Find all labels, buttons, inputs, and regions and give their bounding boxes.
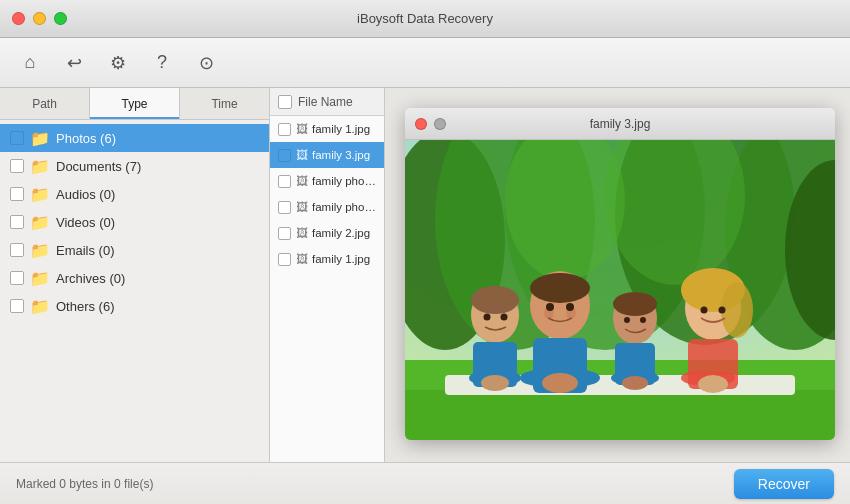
preview-window: family 3.jpg	[405, 108, 835, 440]
status-text: Marked 0 bytes in 0 file(s)	[16, 477, 734, 491]
svg-point-31	[622, 376, 648, 390]
svg-point-38	[698, 375, 728, 393]
file-item[interactable]: 🖼 family photo.png	[270, 194, 384, 220]
file-checkbox[interactable]	[278, 175, 291, 188]
category-videos[interactable]: 📁 Videos (0)	[0, 208, 269, 236]
toolbar: ⌂ ↩ ⚙ ? ⊙	[0, 38, 850, 88]
settings-icon[interactable]: ⚙	[104, 49, 132, 77]
minimize-button[interactable]	[33, 12, 46, 25]
emails-checkbox[interactable]	[10, 243, 24, 257]
maximize-button[interactable]	[54, 12, 67, 25]
documents-checkbox[interactable]	[10, 159, 24, 173]
category-others[interactable]: 📁 Others (6)	[0, 292, 269, 320]
folder-icon: 📁	[30, 129, 50, 148]
svg-point-44	[640, 317, 646, 323]
preview-titlebar: family 3.jpg	[405, 108, 835, 140]
family-photo-svg	[405, 140, 835, 440]
image-icon: 🖼	[296, 148, 308, 162]
close-button[interactable]	[12, 12, 25, 25]
file-item[interactable]: 🖼 family 1.jpg	[270, 116, 384, 142]
window-controls	[12, 12, 67, 25]
left-panel: Path Type Time 📁 Photos (6) 📁 Documents …	[0, 88, 270, 462]
file-panel: File Name 🖼 family 1.jpg 🖼 family 3.jpg …	[270, 88, 385, 462]
videos-checkbox[interactable]	[10, 215, 24, 229]
preview-close-button[interactable]	[415, 118, 427, 130]
folder-icon: 📁	[30, 241, 50, 260]
preview-image	[405, 140, 835, 440]
back-icon[interactable]: ↩	[60, 49, 88, 77]
category-audios[interactable]: 📁 Audios (0)	[0, 180, 269, 208]
svg-point-34	[721, 282, 753, 338]
tab-type[interactable]: Type	[90, 88, 180, 119]
file-checkbox[interactable]	[278, 123, 291, 136]
folder-icon: 📁	[30, 185, 50, 204]
folder-icon: 📁	[30, 269, 50, 288]
svg-point-43	[624, 317, 630, 323]
svg-point-25	[481, 375, 509, 391]
image-icon: 🖼	[296, 174, 308, 188]
tab-time[interactable]: Time	[180, 88, 269, 119]
preview-panel: family 3.jpg	[385, 88, 850, 462]
file-checkbox[interactable]	[278, 201, 291, 214]
select-all-checkbox[interactable]	[278, 95, 292, 109]
svg-point-42	[501, 314, 508, 321]
file-checkbox[interactable]	[278, 149, 291, 162]
file-item[interactable]: 🖼 family 3.jpg	[270, 142, 384, 168]
file-item[interactable]: 🖼 family photo 2.png	[270, 168, 384, 194]
image-icon: 🖼	[296, 226, 308, 240]
image-icon: 🖼	[296, 122, 308, 136]
folder-icon: 📁	[30, 213, 50, 232]
category-documents[interactable]: 📁 Documents (7)	[0, 152, 269, 180]
recover-button[interactable]: Recover	[734, 469, 834, 499]
app-title: iBoysoft Data Recovery	[357, 11, 493, 26]
svg-point-17	[542, 373, 578, 393]
svg-point-40	[566, 303, 574, 311]
file-checkbox[interactable]	[278, 227, 291, 240]
category-list: 📁 Photos (6) 📁 Documents (7) 📁 Audios (0…	[0, 120, 269, 462]
home-icon[interactable]: ⌂	[16, 49, 44, 77]
svg-point-39	[546, 303, 554, 311]
preview-icon2	[434, 118, 446, 130]
svg-point-27	[613, 292, 657, 316]
image-icon: 🖼	[296, 200, 308, 214]
others-checkbox[interactable]	[10, 299, 24, 313]
file-list: 🖼 family 1.jpg 🖼 family 3.jpg 🖼 family p…	[270, 116, 384, 462]
drive-icon[interactable]: ⊙	[192, 49, 220, 77]
svg-point-13	[530, 273, 590, 303]
archives-checkbox[interactable]	[10, 271, 24, 285]
tab-path[interactable]: Path	[0, 88, 90, 119]
svg-point-45	[701, 307, 708, 314]
category-archives[interactable]: 📁 Archives (0)	[0, 264, 269, 292]
svg-point-21	[471, 286, 519, 314]
photos-checkbox[interactable]	[10, 131, 24, 145]
file-list-header: File Name	[270, 88, 384, 116]
preview-window-controls	[415, 118, 446, 130]
file-item[interactable]: 🖼 family 2.jpg	[270, 220, 384, 246]
file-item[interactable]: 🖼 family 1.jpg	[270, 246, 384, 272]
folder-icon: 📁	[30, 297, 50, 316]
view-tabs: Path Type Time	[0, 88, 269, 120]
statusbar: Marked 0 bytes in 0 file(s) Recover	[0, 462, 850, 504]
help-icon[interactable]: ?	[148, 49, 176, 77]
svg-point-41	[484, 314, 491, 321]
preview-filename: family 3.jpg	[590, 117, 651, 131]
main-content: Path Type Time 📁 Photos (6) 📁 Documents …	[0, 88, 850, 462]
svg-point-46	[719, 307, 726, 314]
image-icon: 🖼	[296, 252, 308, 266]
file-name-column-header: File Name	[298, 95, 353, 109]
category-emails[interactable]: 📁 Emails (0)	[0, 236, 269, 264]
folder-icon: 📁	[30, 157, 50, 176]
audios-checkbox[interactable]	[10, 187, 24, 201]
file-checkbox[interactable]	[278, 253, 291, 266]
category-photos[interactable]: 📁 Photos (6)	[0, 124, 269, 152]
titlebar: iBoysoft Data Recovery	[0, 0, 850, 38]
